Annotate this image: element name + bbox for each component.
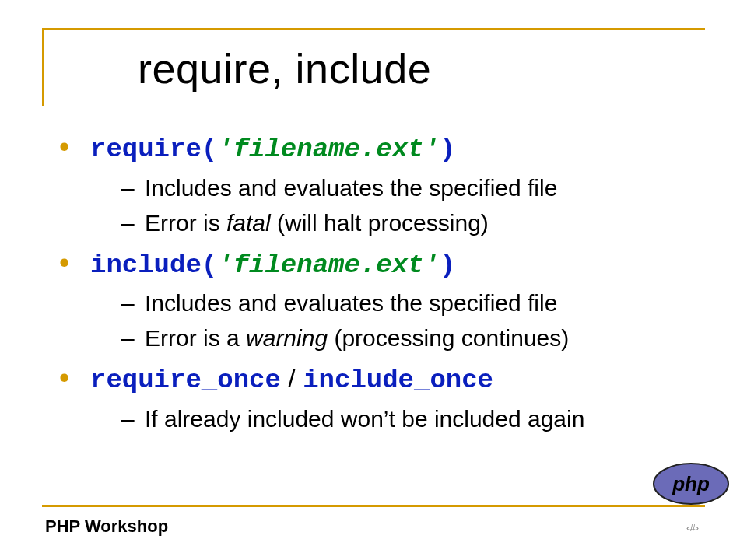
sub-text: Error is xyxy=(145,210,226,236)
sub-text: Includes and evaluates the specified fil… xyxy=(145,290,557,316)
sub-em: fatal xyxy=(226,210,271,236)
bullet-once: require_once / include_once If already i… xyxy=(56,360,705,436)
slide-body: require('filename.ext') Includes and eva… xyxy=(56,124,705,441)
php-logo-icon: php xyxy=(652,462,730,506)
code-fn: include_once xyxy=(303,366,493,395)
sub-text: Includes and evaluates the specified fil… xyxy=(145,175,557,201)
code-arg: 'filename.ext' xyxy=(217,135,440,164)
slide: require, include require('filename.ext')… xyxy=(0,0,747,560)
bullet-require: require('filename.ext') Includes and eva… xyxy=(56,129,705,240)
sub-bullet: Error is a warning (processing continues… xyxy=(121,320,705,355)
code-close: ) xyxy=(440,250,455,280)
code-fn: require_once xyxy=(90,366,281,395)
sub-text: Error is a xyxy=(145,325,246,351)
code-fn: include( xyxy=(90,250,217,280)
sub-bullet: If already included won’t be included ag… xyxy=(121,401,705,436)
code-close: ) xyxy=(440,135,455,164)
footer-divider xyxy=(42,505,705,507)
slide-title: require, include xyxy=(44,44,431,93)
sub-text: (processing continues) xyxy=(328,325,569,351)
separator: / xyxy=(281,363,303,393)
sub-bullet: Error is fatal (will halt processing) xyxy=(121,205,705,240)
sub-bullet: Includes and evaluates the specified fil… xyxy=(121,170,705,205)
footer-title: PHP Workshop xyxy=(45,516,168,537)
sub-text: (will halt processing) xyxy=(271,210,489,236)
code-fn: require( xyxy=(90,135,217,164)
code-arg: 'filename.ext' xyxy=(217,250,440,280)
php-logo-text: php xyxy=(672,472,710,495)
title-block: require, include xyxy=(42,28,705,106)
sub-bullet: Includes and evaluates the specified fil… xyxy=(121,285,705,320)
footer-page-number: ‹#› xyxy=(686,522,699,534)
sub-text: If already included won’t be included ag… xyxy=(145,406,584,432)
bullet-include: include('filename.ext') Includes and eva… xyxy=(56,245,705,356)
sub-em: warning xyxy=(246,325,328,351)
